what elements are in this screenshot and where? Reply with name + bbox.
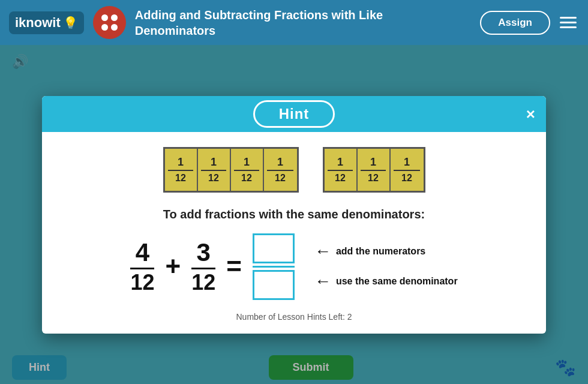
modal-header: Hint × bbox=[42, 96, 546, 132]
modal-title: Hint bbox=[279, 106, 310, 122]
annotation-same-denominator: use the same denominator bbox=[336, 275, 458, 288]
hint-modal: Hint × 1 12 1 bbox=[42, 96, 546, 334]
dot bbox=[111, 14, 118, 21]
equation-row: 4 12 + 3 12 = bbox=[130, 233, 457, 300]
result-fraction bbox=[253, 233, 295, 300]
fraction-tile: 1 12 bbox=[165, 149, 198, 191]
fraction-tiles-row: 1 12 1 12 1 12 bbox=[163, 147, 425, 193]
fraction-tile: 1 12 bbox=[325, 149, 358, 191]
fraction-tile-group-1: 1 12 1 12 1 12 bbox=[163, 147, 299, 193]
denominator-12b: 12 bbox=[191, 271, 215, 295]
logo-text: iknowit bbox=[15, 15, 61, 31]
menu-button[interactable] bbox=[557, 14, 579, 31]
modal-overlay: Hint × 1 12 1 bbox=[0, 45, 588, 384]
equals-sign: = bbox=[226, 251, 242, 281]
numerator-3: 3 bbox=[196, 239, 210, 266]
modal-close-button[interactable]: × bbox=[526, 106, 535, 122]
fraction-tile: 1 12 bbox=[231, 149, 264, 191]
arrow-left-icon: ← bbox=[314, 242, 331, 261]
menu-bar bbox=[560, 26, 577, 28]
fraction-tile: 1 12 bbox=[264, 149, 297, 191]
arrow-left-icon: ← bbox=[314, 272, 331, 291]
logo-area: iknowit 💡 bbox=[9, 11, 84, 34]
fraction-tile: 1 12 bbox=[391, 149, 424, 191]
annotations: ← add the numerators ← use the same deno… bbox=[314, 242, 458, 291]
numerator-4: 4 bbox=[136, 239, 149, 266]
logo-box: iknowit 💡 bbox=[9, 11, 84, 34]
annotation-row-2: ← use the same denominator bbox=[314, 272, 458, 291]
header-right: Assign bbox=[480, 11, 579, 35]
plus-operator: + bbox=[165, 251, 181, 281]
fraction-4-12: 4 12 bbox=[130, 239, 154, 295]
dot bbox=[111, 24, 118, 31]
assign-button[interactable]: Assign bbox=[480, 11, 550, 35]
result-fraction-line bbox=[253, 266, 295, 268]
fraction-tile: 1 12 bbox=[358, 149, 391, 191]
activity-icon bbox=[93, 6, 126, 39]
modal-body: 1 12 1 12 1 12 bbox=[42, 132, 546, 334]
fraction-tile-group-2: 1 12 1 12 1 12 bbox=[323, 147, 425, 193]
main-area: 🔊 Hint Submit 🐾 Hint × bbox=[0, 45, 588, 384]
denominator-12a: 12 bbox=[130, 271, 154, 295]
dice-dots bbox=[101, 14, 118, 31]
bulb-icon: 💡 bbox=[63, 16, 78, 30]
result-denominator-box[interactable] bbox=[253, 270, 295, 300]
menu-bar bbox=[560, 22, 577, 23]
fraction-line bbox=[130, 268, 154, 269]
menu-bar bbox=[560, 17, 577, 19]
annotation-row-1: ← add the numerators bbox=[314, 242, 458, 261]
dot bbox=[101, 24, 108, 31]
hints-left-text: Number of Lesson Hints Left: 2 bbox=[236, 312, 352, 322]
app-header: iknowit 💡 Adding and Subtracting Fractio… bbox=[0, 0, 588, 45]
modal-title-wrapper: Hint bbox=[253, 100, 335, 128]
result-numerator-box[interactable] bbox=[253, 233, 295, 263]
fraction-3-12: 3 12 bbox=[191, 239, 215, 295]
fraction-tile: 1 12 bbox=[198, 149, 231, 191]
instruction-text: To add fractions with the same denominat… bbox=[163, 208, 425, 221]
dot bbox=[101, 14, 108, 21]
header-title: Adding and Subtracting Fractions with Li… bbox=[135, 7, 472, 38]
annotation-add-numerators: add the numerators bbox=[336, 245, 425, 258]
fraction-line bbox=[191, 268, 215, 269]
